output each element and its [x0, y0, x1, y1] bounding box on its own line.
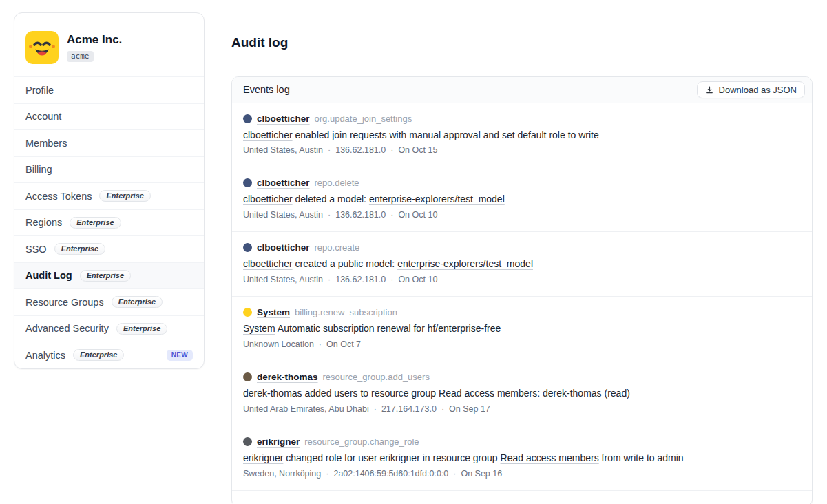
event-meta-item: On Sep 17 [449, 404, 490, 414]
meta-separator: · [441, 404, 444, 414]
event-meta-item: Unknown Location [243, 339, 314, 349]
event-description-text: created a public model: [293, 258, 398, 269]
sidebar-item-label: Audit Log [25, 270, 72, 281]
event-action-type: resource_group.add_users [323, 372, 430, 382]
org-header: Acme Inc. acme [14, 13, 204, 76]
event-description-link[interactable]: Read access members [439, 388, 537, 399]
event-meta-item: 2a02:1406:59:5d60:1dfd:0:0:0 [333, 469, 448, 479]
events-panel: Events log Download as JSON clboetticher… [231, 76, 813, 504]
smiley-face-icon [25, 31, 59, 64]
event-username-link[interactable]: clboetticher [257, 114, 310, 124]
sidebar-item-resource-groups[interactable]: Resource GroupsEnterprise [14, 288, 204, 315]
event-row-partial [232, 491, 812, 504]
event-description-link[interactable]: Read access members [501, 452, 599, 463]
event-description-link[interactable]: derek-thomas [243, 388, 302, 399]
event-username-link[interactable]: System [257, 307, 290, 317]
sidebar-item-analytics[interactable]: AnalyticsEnterpriseNEW [14, 342, 204, 368]
download-json-button[interactable]: Download as JSON [697, 81, 805, 98]
event-description-text: : [537, 388, 543, 399]
event-meta-item: United States, Austin [243, 275, 323, 284]
meta-separator: · [326, 469, 328, 479]
event-description-link[interactable]: clboetticher [243, 129, 293, 140]
event-meta-item: United States, Austin [243, 210, 323, 220]
event-description-link[interactable]: System [243, 323, 275, 334]
event-meta-item: United States, Austin [243, 145, 323, 155]
sidebar-item-profile[interactable]: Profile [14, 76, 204, 103]
sidebar-item-advanced-security[interactable]: Advanced SecurityEnterprise [14, 315, 204, 342]
org-identity: Acme Inc. acme [67, 31, 122, 62]
meta-separator: · [390, 275, 393, 284]
event-description-text: from write to admin [599, 452, 684, 463]
sidebar-item-access-tokens[interactable]: Access TokensEnterprise [14, 182, 204, 209]
event-row: derek-thomasresource_group.add_usersdere… [232, 361, 812, 426]
event-description-text: added users to resource group [302, 388, 439, 399]
meta-separator: · [453, 469, 456, 479]
event-description-link[interactable]: enterprise-explorers/test_model [369, 193, 505, 204]
event-description-link[interactable]: erikrigner [243, 452, 283, 463]
user-avatar [243, 243, 252, 252]
sidebar-item-label: Analytics [25, 350, 65, 361]
event-description: clboetticher created a public model: ent… [243, 258, 801, 271]
sidebar-item-sso[interactable]: SSOEnterprise [14, 235, 204, 262]
event-description: clboetticher deleted a model: enterprise… [243, 193, 801, 206]
sidebar-item-audit-log[interactable]: Audit LogEnterprise [14, 262, 204, 289]
event-row: erikrignerresource_group.change_roleerik… [232, 426, 812, 491]
download-button-label: Download as JSON [719, 85, 797, 95]
event-username-link[interactable]: derek-thomas [257, 372, 318, 382]
meta-separator: · [319, 339, 322, 349]
event-meta: United States, Austin·136.62.181.0·On Oc… [243, 275, 801, 284]
sidebar-item-label: SSO [25, 244, 47, 255]
user-avatar [243, 308, 252, 317]
event-meta: United Arab Emirates, Abu Dhabi·217.164.… [243, 404, 801, 414]
event-row-header: erikrignerresource_group.change_role [243, 437, 801, 447]
event-description-link[interactable]: clboetticher [243, 258, 293, 269]
org-handle-badge: acme [67, 51, 94, 62]
event-description-link[interactable]: derek-thomas [543, 388, 602, 399]
meta-separator: · [390, 145, 393, 155]
event-row: clboetticherrepo.deleteclboetticher dele… [232, 167, 812, 232]
page-title: Audit log [231, 35, 813, 51]
user-avatar [243, 437, 252, 446]
event-meta-item: On Sep 16 [461, 469, 502, 479]
event-meta-item: 217.164.173.0 [381, 404, 437, 414]
enterprise-badge: Enterprise [116, 323, 167, 335]
sidebar-nav: ProfileAccountMembersBillingAccess Token… [14, 76, 204, 368]
panel-title: Events log [243, 84, 290, 95]
event-description-link[interactable]: clboetticher [243, 193, 293, 204]
events-list: clboetticherorg.update_join_settingsclbo… [232, 103, 812, 491]
sidebar-item-label: Profile [25, 85, 54, 96]
event-meta-item: 136.62.181.0 [335, 145, 386, 155]
event-row-header: clboetticherrepo.create [243, 242, 801, 253]
event-description-text: Automatic subscription renewal for hf/en… [275, 323, 501, 334]
event-row-header: clboetticherrepo.delete [243, 178, 801, 188]
event-meta-item: On Oct 7 [326, 339, 361, 349]
org-name: Acme Inc. [67, 33, 122, 47]
enterprise-badge: Enterprise [112, 296, 163, 308]
event-description-text: deleted a model: [293, 193, 369, 204]
sidebar-item-regions[interactable]: RegionsEnterprise [14, 209, 204, 236]
event-meta-item: 136.62.181.0 [335, 275, 386, 284]
enterprise-badge: Enterprise [80, 270, 131, 282]
event-row-header: clboetticherorg.update_join_settings [243, 114, 801, 124]
event-action-type: org.update_join_settings [315, 114, 412, 124]
event-meta-item: On Oct 10 [398, 210, 437, 220]
sidebar-item-label: Access Tokens [25, 191, 92, 202]
event-meta-item: Sweden, Norrköping [243, 469, 321, 479]
user-avatar [243, 372, 252, 381]
event-action-type: billing.renew_subscription [295, 307, 397, 317]
event-row: clboetticherrepo.createclboetticher crea… [232, 232, 812, 297]
main-content: Audit log Events log Download as JSON cl… [231, 26, 813, 504]
sidebar-item-billing[interactable]: Billing [14, 156, 204, 183]
event-username-link[interactable]: clboetticher [257, 242, 310, 253]
events-panel-header: Events log Download as JSON [232, 77, 812, 103]
enterprise-badge: Enterprise [70, 217, 121, 229]
event-meta: Unknown Location·On Oct 7 [243, 339, 801, 349]
sidebar-item-account[interactable]: Account [14, 103, 204, 130]
event-description-text: (read) [602, 388, 630, 399]
event-username-link[interactable]: erikrigner [257, 437, 300, 447]
sidebar-item-members[interactable]: Members [14, 129, 204, 156]
event-action-type: repo.create [315, 242, 360, 253]
event-description-link[interactable]: enterprise-explorers/test_model [397, 258, 533, 269]
event-username-link[interactable]: clboetticher [257, 178, 310, 188]
enterprise-badge: Enterprise [99, 190, 150, 202]
